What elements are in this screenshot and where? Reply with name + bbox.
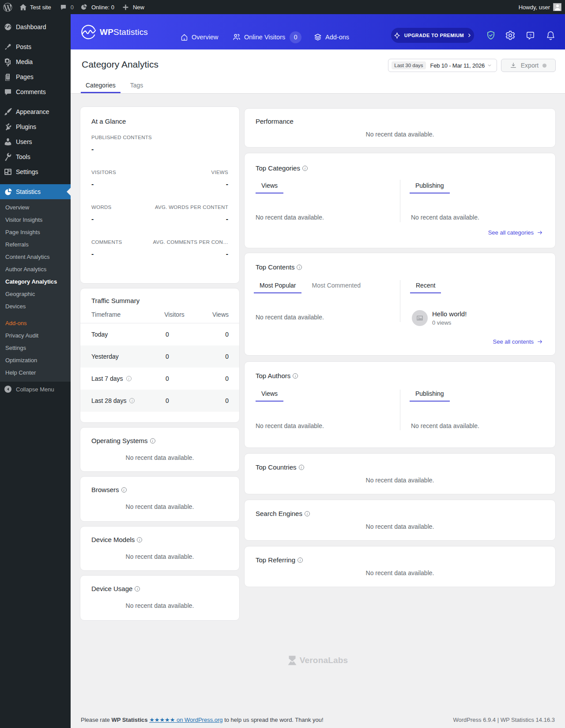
svg-text:?: ?: [529, 32, 531, 37]
